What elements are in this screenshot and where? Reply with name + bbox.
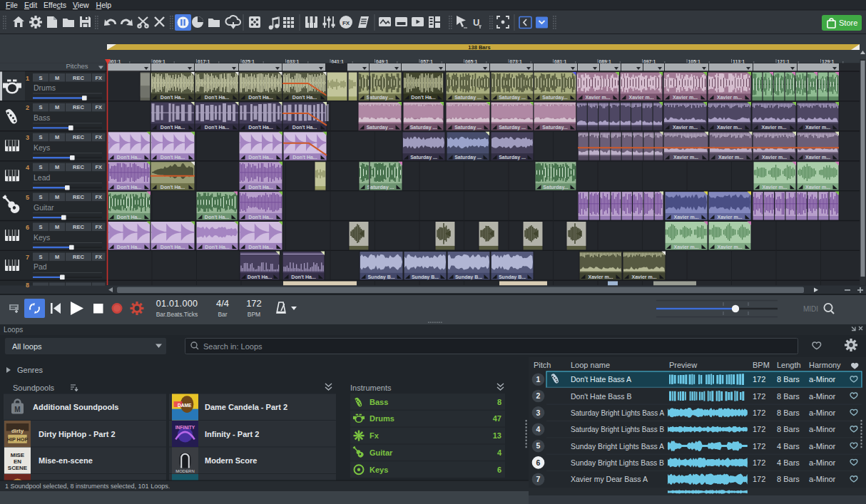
svg-text:Don't Ha...: Don't Ha... xyxy=(161,125,185,130)
svg-text:47: 47 xyxy=(493,414,501,423)
svg-text:Saturday ...: Saturday ... xyxy=(367,125,394,130)
svg-text:Saturday Bright Lights Bass A: Saturday Bright Lights Bass A xyxy=(571,408,664,417)
svg-text:Saturday ...: Saturday ... xyxy=(499,155,526,160)
svg-text:8 Bars: 8 Bars xyxy=(777,425,800,433)
svg-text:BPM: BPM xyxy=(248,311,260,318)
svg-text:a-Minor: a-Minor xyxy=(809,392,836,401)
svg-text:a-Minor: a-Minor xyxy=(809,458,836,467)
svg-text:Preview: Preview xyxy=(669,361,697,369)
svg-text:13: 13 xyxy=(493,431,501,440)
svg-text:Bar.Beats.Ticks: Bar.Beats.Ticks xyxy=(156,311,198,318)
svg-text:Saturday...: Saturday... xyxy=(542,95,567,101)
svg-text:M: M xyxy=(55,164,59,170)
svg-text:7: 7 xyxy=(536,475,541,483)
svg-text:Soundpools: Soundpools xyxy=(13,384,55,392)
svg-text:Drums: Drums xyxy=(34,83,56,92)
svg-text:Length: Length xyxy=(777,361,801,369)
svg-text:S: S xyxy=(39,254,42,260)
svg-text:Don't Ha...: Don't Ha... xyxy=(117,185,141,190)
svg-text:138 Bars: 138 Bars xyxy=(468,44,490,51)
svg-text:Saturday...: Saturday... xyxy=(543,185,568,190)
svg-text:M: M xyxy=(55,104,59,110)
svg-text:Loops: Loops xyxy=(4,326,23,334)
svg-text:4: 4 xyxy=(497,448,502,457)
svg-text:6: 6 xyxy=(536,458,541,467)
svg-text:Saturday ...: Saturday ... xyxy=(410,155,437,160)
svg-text:Xavier m...: Xavier m... xyxy=(717,215,742,220)
svg-text:Guitar: Guitar xyxy=(34,203,54,212)
svg-text:HIP HOP: HIP HOP xyxy=(7,436,29,443)
svg-text:Xavier m...: Xavier m... xyxy=(588,274,613,279)
svg-text:4/4: 4/4 xyxy=(216,298,229,309)
svg-text:S: S xyxy=(39,224,42,230)
svg-text:Xavier m...: Xavier m... xyxy=(673,155,698,160)
svg-text:1 Soundpool selected, 8 instru: 1 Soundpool selected, 8 instruments sele… xyxy=(5,483,170,490)
svg-text:Sunday Bright Lights Bass B: Sunday Bright Lights Bass B xyxy=(571,458,664,467)
svg-text:Store: Store xyxy=(839,19,857,27)
svg-text:2: 2 xyxy=(26,104,29,111)
svg-text:Don't Ha...: Don't Ha... xyxy=(248,185,272,190)
svg-text:S: S xyxy=(39,104,42,110)
svg-text:01.01.000: 01.01.000 xyxy=(156,299,198,309)
svg-text:Dame Candela - Part 2: Dame Candela - Part 2 xyxy=(205,403,287,411)
svg-text:M: M xyxy=(14,406,20,413)
svg-text:M: M xyxy=(55,134,59,140)
svg-text:EN: EN xyxy=(14,458,21,465)
svg-text:1: 1 xyxy=(536,375,541,384)
svg-text:REC: REC xyxy=(73,254,84,260)
svg-text:Keys: Keys xyxy=(34,143,50,152)
svg-text:M: M xyxy=(55,75,59,81)
svg-text:Xavier m...: Xavier m... xyxy=(673,95,698,100)
svg-text:FX: FX xyxy=(95,104,102,110)
svg-text:REC: REC xyxy=(73,194,84,200)
svg-text:Xavier m...: Xavier m... xyxy=(805,125,830,130)
svg-text:Xavier m...: Xavier m... xyxy=(628,95,653,100)
svg-text:REC: REC xyxy=(73,134,84,140)
svg-text:Saturday ...: Saturday ... xyxy=(410,125,437,130)
svg-text:Don't Ha...: Don't Ha... xyxy=(248,155,272,160)
svg-text:8 Bars: 8 Bars xyxy=(777,408,800,417)
svg-text:Sunday B...: Sunday B... xyxy=(412,274,439,280)
svg-text:Don't Ha...: Don't Ha... xyxy=(205,245,229,250)
svg-text:Don't Ha...: Don't Ha... xyxy=(117,155,141,160)
svg-text:Don't Ha...: Don't Ha... xyxy=(292,155,317,160)
svg-text:Don't Ha...: Don't Ha... xyxy=(161,245,185,250)
svg-text:Harmony: Harmony xyxy=(809,361,841,369)
svg-text:Saturday ...: Saturday ... xyxy=(454,95,482,101)
svg-text:8 Bars: 8 Bars xyxy=(777,375,800,384)
svg-text:3: 3 xyxy=(536,408,541,417)
svg-text:Instruments: Instruments xyxy=(350,384,392,392)
svg-text:8 Bars: 8 Bars xyxy=(777,475,800,483)
svg-text:6: 6 xyxy=(26,224,29,231)
svg-text:Xavier my Dear Bass A: Xavier my Dear Bass A xyxy=(571,475,648,483)
svg-text:Don't Hate Bass B: Don't Hate Bass B xyxy=(571,392,631,401)
svg-text:Xavier m...: Xavier m... xyxy=(805,185,830,190)
svg-text:Don't Ha...: Don't Ha... xyxy=(205,95,229,100)
svg-text:Bar: Bar xyxy=(218,311,227,318)
svg-text:172: 172 xyxy=(753,392,765,401)
svg-text:INFINITY: INFINITY xyxy=(175,425,195,430)
svg-text:SCENE: SCENE xyxy=(8,465,27,471)
svg-text:Modern Score: Modern Score xyxy=(205,456,257,465)
svg-text:Saturday ...: Saturday ... xyxy=(367,185,394,190)
svg-text:M: M xyxy=(55,224,59,230)
svg-text:Don't Ha...: Don't Ha... xyxy=(292,95,317,100)
svg-text:Xavier m...: Xavier m... xyxy=(717,245,742,250)
svg-text:a-Minor: a-Minor xyxy=(809,475,836,483)
svg-text:Don't Ha...: Don't Ha... xyxy=(205,125,229,130)
svg-text:172: 172 xyxy=(753,408,765,417)
svg-text:Saturday ...: Saturday ... xyxy=(499,125,526,130)
svg-text:2: 2 xyxy=(536,391,541,400)
svg-text:8: 8 xyxy=(26,282,29,289)
svg-text:FX: FX xyxy=(95,134,102,140)
svg-text:Xavier m...: Xavier m... xyxy=(717,95,742,100)
svg-text:Guitar: Guitar xyxy=(370,448,393,457)
svg-text:Dirty HipHop - Part 2: Dirty HipHop - Part 2 xyxy=(39,430,116,438)
svg-text:4: 4 xyxy=(536,425,541,433)
svg-text:Xavier m...: Xavier m... xyxy=(805,155,830,160)
svg-text:Don't Ha...: Don't Ha... xyxy=(411,95,435,100)
svg-text:Sunday B...: Sunday B... xyxy=(367,274,394,280)
svg-text:Saturday ...: Saturday ... xyxy=(499,95,526,101)
svg-text:All loops: All loops xyxy=(12,342,42,351)
svg-text:a-Minor: a-Minor xyxy=(809,442,836,451)
